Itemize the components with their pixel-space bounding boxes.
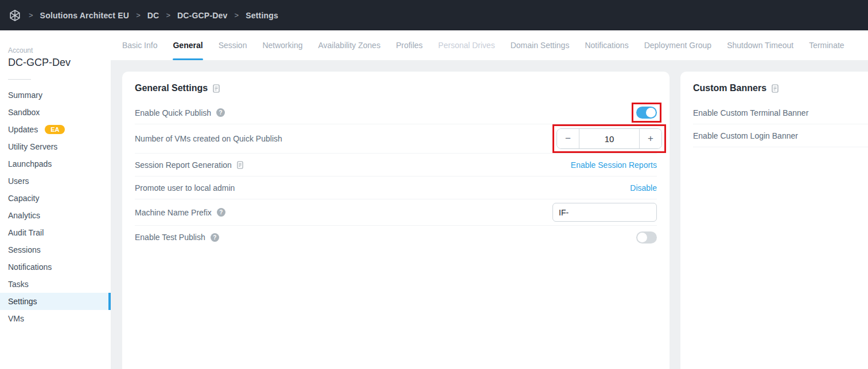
document-note-icon[interactable] [772,84,779,93]
sidebar-item-label: Launchpads [8,159,52,168]
sidebar-item-sessions[interactable]: Sessions [0,241,111,258]
settings-tab-bar: Basic Info General Session Networking Av… [111,30,868,60]
breadcrumb-separator: > [136,11,141,19]
vm-count-stepper: − 10 + [556,128,662,149]
tab-notifications[interactable]: Notifications [585,30,628,60]
stepper-value[interactable]: 10 [579,129,640,148]
sidebar-item-capacity[interactable]: Capacity [0,190,111,207]
setting-row-session-report: Session Report Generation Enable Session… [135,154,657,176]
setting-row-machine-prefix: Machine Name Prefix ? [135,199,657,226]
sidebar-item-label: VMs [8,314,24,323]
app-logo-cube-icon[interactable] [8,9,22,22]
sidebar-item-users[interactable]: Users [0,172,111,190]
document-note-icon[interactable] [213,84,220,93]
help-icon[interactable]: ? [211,233,219,242]
breadcrumb-item-environment[interactable]: DC-GCP-Dev [177,11,228,20]
tab-profiles[interactable]: Profiles [396,30,423,60]
stepper-decrement-button[interactable]: − [557,129,579,148]
test-publish-toggle[interactable] [636,231,657,244]
panel-title: Custom Banners [693,83,766,93]
setting-label: Machine Name Prefix [135,208,212,217]
sidebar-section-label: Account [0,46,111,54]
sidebar-item-launchpads[interactable]: Launchpads [0,155,111,172]
sidebar-item-label: Audit Trail [8,228,44,237]
sidebar-item-analytics[interactable]: Analytics [0,207,111,224]
custom-banners-panel: Custom Banners Enable Custom Terminal Ba… [680,72,868,369]
tab-terminate[interactable]: Terminate [809,30,844,60]
help-icon[interactable]: ? [217,208,225,217]
sidebar-item-label: Analytics [8,211,40,220]
sidebar-account-name: DC-GCP-Dev [0,57,111,69]
sidebar-item-label: Capacity [8,194,39,203]
setting-label: Promote user to local admin [135,183,235,193]
panel-title: General Settings [135,83,208,93]
sidebar-divider [8,79,31,80]
account-sidebar: Account DC-GCP-Dev Summary Sandbox Updat… [0,30,111,369]
breadcrumb-item-account[interactable]: Solutions Architect EU [40,11,130,20]
setting-row-promote-admin: Promote user to local admin Disable [135,176,657,199]
setting-row-quick-publish: Enable Quick Publish ? [135,101,657,124]
early-access-badge: EA [45,125,65,134]
breadcrumb-separator: > [166,11,170,19]
machine-name-prefix-input[interactable] [552,203,657,222]
disable-promote-admin-link[interactable]: Disable [630,183,657,193]
setting-label: Enable Custom Login Banner [693,131,798,140]
setting-row-test-publish: Enable Test Publish ? [135,226,657,249]
toggle-knob [637,233,647,242]
sidebar-item-label: Utility Servers [8,142,57,151]
sidebar-item-label: Sessions [8,245,41,254]
sidebar-item-vms[interactable]: VMs [0,310,111,327]
tab-deployment-group[interactable]: Deployment Group [644,30,712,60]
sidebar-item-notifications[interactable]: Notifications [0,258,111,276]
tab-networking[interactable]: Networking [262,30,302,60]
sidebar-item-utility-servers[interactable]: Utility Servers [0,138,111,155]
setting-row-login-banner: Enable Custom Login Banner [693,124,868,147]
tab-general[interactable]: General [173,30,203,60]
sidebar-item-label: Users [8,176,29,186]
sidebar-item-label: Settings [8,297,37,306]
setting-label: Enable Test Publish [135,233,205,242]
tab-domain-settings[interactable]: Domain Settings [511,30,570,60]
top-navigation-bar: > Solutions Architect EU > DC > DC-GCP-D… [0,0,868,30]
document-note-icon[interactable] [237,161,243,169]
sidebar-item-label: Sandbox [8,108,40,117]
sidebar-item-sandbox[interactable]: Sandbox [0,104,111,121]
tab-availability-zones[interactable]: Availability Zones [318,30,380,60]
stepper-increment-button[interactable]: + [640,129,661,148]
help-icon[interactable]: ? [216,108,225,117]
setting-label: Session Report Generation [135,160,232,170]
setting-label: Number of VMs created on Quick Publish [135,134,282,143]
sidebar-item-settings[interactable]: Settings [0,293,111,310]
tab-basic-info[interactable]: Basic Info [122,30,157,60]
breadcrumb-item-project[interactable]: DC [147,11,159,20]
breadcrumb: > Solutions Architect EU > DC > DC-GCP-D… [29,11,278,20]
sidebar-item-updates[interactable]: Updates EA [0,121,111,138]
sidebar-item-label: Summary [8,91,42,100]
tab-shutdown-timeout[interactable]: Shutdown Timeout [727,30,793,60]
tab-personal-drives[interactable]: Personal Drives [438,30,495,60]
setting-label: Enable Quick Publish [135,108,211,117]
annotation-highlight [632,103,661,123]
breadcrumb-separator: > [235,11,239,19]
sidebar-item-audit-trail[interactable]: Audit Trail [0,224,111,241]
general-settings-panel: General Settings Enable Quick Publish ? … [122,72,670,369]
sidebar-item-summary[interactable]: Summary [0,87,111,104]
sidebar-item-label: Notifications [8,262,52,272]
sidebar-item-tasks[interactable]: Tasks [0,276,111,293]
setting-row-terminal-banner: Enable Custom Terminal Banner [693,101,868,124]
breadcrumb-item-settings[interactable]: Settings [246,11,278,20]
setting-label: Enable Custom Terminal Banner [693,108,808,117]
quick-publish-toggle[interactable] [636,107,657,119]
sidebar-item-label: Updates [8,125,38,134]
tab-session[interactable]: Session [219,30,247,60]
enable-session-reports-link[interactable]: Enable Session Reports [571,160,657,170]
annotation-highlight: − 10 + [552,124,666,153]
setting-row-vm-count: Number of VMs created on Quick Publish −… [135,124,657,154]
sidebar-item-label: Tasks [8,280,29,289]
toggle-knob [646,108,656,117]
breadcrumb-separator: > [29,11,33,19]
